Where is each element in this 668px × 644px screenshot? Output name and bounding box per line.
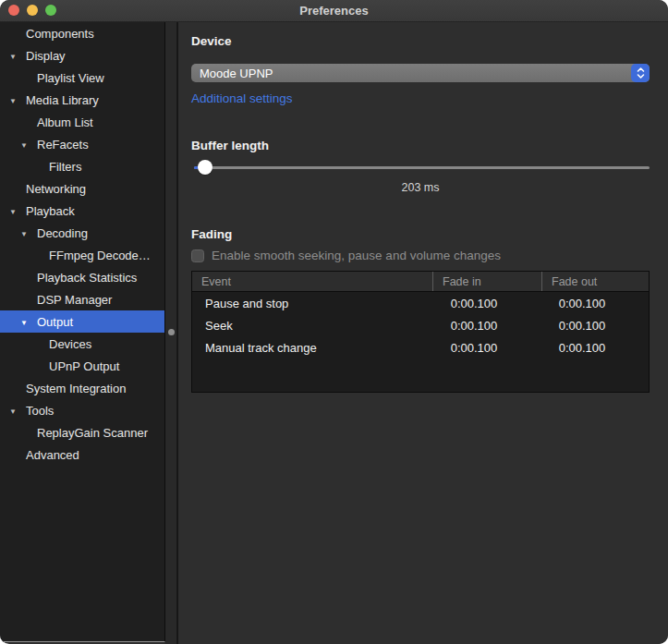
- indent-spacer: [0, 322, 20, 322]
- sidebar-item-devices[interactable]: Devices: [0, 333, 164, 355]
- smooth-seeking-checkbox[interactable]: [191, 249, 204, 262]
- cell-event: Seek: [192, 319, 432, 333]
- fading-table: EventFade inFade out Pause and stop0:00.…: [191, 271, 650, 393]
- indent-spacer: [0, 166, 49, 167]
- sidebar-item-output[interactable]: ▼Output: [0, 310, 164, 333]
- disclosure-triangle-icon[interactable]: ▼: [20, 140, 37, 149]
- table-row[interactable]: Manual track change0:00.1000:00.100: [192, 336, 649, 358]
- fading-heading: Fading: [191, 227, 232, 241]
- sidebar-item-label: Media Library: [26, 93, 99, 107]
- sidebar-item-label: ReplayGain Scanner: [37, 426, 148, 440]
- indent-spacer: [0, 366, 49, 367]
- indent-spacer: [0, 144, 20, 145]
- column-header-event[interactable]: Event: [192, 272, 432, 291]
- device-select[interactable]: Moode UPNP: [191, 64, 650, 82]
- sidebar-item-label: DSP Manager: [37, 293, 112, 307]
- cell-event: Manual track change: [192, 341, 432, 355]
- disclosure-triangle-icon[interactable]: ▼: [9, 52, 26, 60]
- chevron-up-down-icon: [631, 64, 650, 82]
- cell-fade-out: 0:00.100: [541, 297, 649, 310]
- sidebar-item-display[interactable]: ▼Display: [0, 44, 164, 67]
- sidebar-item-playback-statistics[interactable]: Playback Statistics: [0, 266, 164, 288]
- sidebar-item-decoding[interactable]: ▼Decoding: [0, 222, 164, 244]
- sidebar-item-refacets[interactable]: ▼ReFacets: [0, 133, 164, 155]
- preferences-tree: Components▼DisplayPlaylist View▼Media Li…: [0, 22, 165, 642]
- smooth-seeking-label: Enable smooth seeking, pause and volume …: [212, 249, 501, 262]
- sidebar-item-dsp-manager[interactable]: DSP Manager: [0, 288, 164, 310]
- indent-spacer: [0, 277, 37, 278]
- disclosure-triangle-icon[interactable]: ▼: [9, 207, 26, 215]
- buffer-length-heading: Buffer length: [191, 139, 269, 152]
- cell-event: Pause and stop: [192, 297, 432, 310]
- disclosure-triangle-icon[interactable]: ▼: [9, 96, 26, 104]
- fading-table-body: Pause and stop0:00.1000:00.100Seek0:00.1…: [192, 292, 649, 358]
- sidebar-item-playlist-view[interactable]: Playlist View: [0, 67, 164, 89]
- sidebar-item-label: System Integration: [26, 382, 126, 395]
- sidebar-item-label: Playback: [26, 204, 75, 218]
- sidebar-item-networking[interactable]: Networking: [0, 177, 164, 200]
- indent-spacer: [0, 33, 26, 34]
- device-heading: Device: [191, 34, 232, 48]
- sidebar-item-upnp-output[interactable]: UPnP Output: [0, 355, 164, 377]
- slider-track[interactable]: [194, 166, 650, 169]
- sidebar-item-advanced[interactable]: Advanced: [0, 444, 164, 466]
- fading-table-header: EventFade inFade out: [192, 272, 649, 292]
- buffer-length-slider[interactable]: [191, 160, 650, 175]
- indent-spacer: [0, 122, 37, 123]
- sidebar-item-label: Decoding: [37, 226, 88, 240]
- splitter[interactable]: [165, 22, 176, 644]
- sidebar-item-label: Networking: [26, 182, 86, 196]
- sidebar-item-label: FFmpeg Decode…: [49, 249, 151, 262]
- sidebar-item-media-library[interactable]: ▼Media Library: [0, 89, 164, 111]
- cell-fade-in: 0:00.100: [432, 341, 541, 355]
- sidebar-item-label: Display: [26, 49, 66, 63]
- additional-settings-link[interactable]: Additional settings: [191, 91, 293, 105]
- sidebar-item-label: UPnP Output: [49, 359, 119, 373]
- column-header-fade-in[interactable]: Fade in: [432, 272, 541, 291]
- sidebar-item-label: Playback Statistics: [37, 271, 137, 285]
- indent-spacer: [0, 299, 37, 300]
- indent-spacer: [0, 455, 26, 456]
- sidebar-item-system-integration[interactable]: System Integration: [0, 377, 164, 399]
- device-select-value: Moode UPNP: [191, 67, 650, 80]
- disclosure-triangle-icon[interactable]: ▼: [20, 318, 37, 326]
- sidebar-item-label: Tools: [26, 404, 54, 418]
- titlebar: Preferences: [0, 0, 668, 22]
- sidebar-item-label: Filters: [49, 160, 81, 174]
- disclosure-triangle-icon[interactable]: ▼: [20, 229, 37, 237]
- cell-fade-in: 0:00.100: [432, 319, 541, 333]
- window-body: Components▼DisplayPlaylist View▼Media Li…: [0, 22, 668, 644]
- column-header-fade-out[interactable]: Fade out: [541, 272, 649, 291]
- sidebar-item-album-list[interactable]: Album List: [0, 111, 164, 133]
- sidebar-item-label: Advanced: [26, 448, 79, 462]
- sidebar-item-playback[interactable]: ▼Playback: [0, 200, 164, 222]
- sidebar-item-label: Devices: [49, 337, 91, 351]
- buffer-length-value: 203 ms: [191, 181, 650, 194]
- indent-spacer: [0, 100, 9, 101]
- splitter-handle[interactable]: [168, 329, 175, 335]
- indent-spacer: [0, 255, 49, 256]
- sidebar-item-components[interactable]: Components: [0, 22, 164, 44]
- sidebar-item-tools[interactable]: ▼Tools: [0, 399, 164, 421]
- window-title: Preferences: [0, 0, 668, 22]
- sidebar-item-label: Album List: [37, 115, 93, 129]
- sidebar-item-ffmpeg-decode[interactable]: FFmpeg Decode…: [0, 244, 164, 266]
- cell-fade-out: 0:00.100: [541, 319, 649, 333]
- indent-spacer: [0, 78, 37, 79]
- preferences-window: Preferences Components▼DisplayPlaylist V…: [0, 0, 668, 644]
- slider-thumb[interactable]: [198, 160, 213, 175]
- cell-fade-out: 0:00.100: [541, 341, 649, 355]
- indent-spacer: [0, 233, 20, 234]
- disclosure-triangle-icon[interactable]: ▼: [9, 407, 26, 415]
- indent-spacer: [0, 432, 37, 433]
- sidebar-item-filters[interactable]: Filters: [0, 155, 164, 177]
- cell-fade-in: 0:00.100: [432, 297, 541, 310]
- table-row[interactable]: Seek0:00.1000:00.100: [192, 314, 649, 336]
- sidebar-item-label: Playlist View: [37, 71, 104, 85]
- table-row[interactable]: Pause and stop0:00.1000:00.100: [192, 292, 649, 314]
- sidebar-item-label: Output: [37, 315, 73, 329]
- smooth-seeking-row: Enable smooth seeking, pause and volume …: [191, 249, 501, 262]
- sidebar-item-label: Components: [26, 27, 94, 41]
- indent-spacer: [0, 211, 9, 212]
- sidebar-item-replaygain-scanner[interactable]: ReplayGain Scanner: [0, 421, 164, 444]
